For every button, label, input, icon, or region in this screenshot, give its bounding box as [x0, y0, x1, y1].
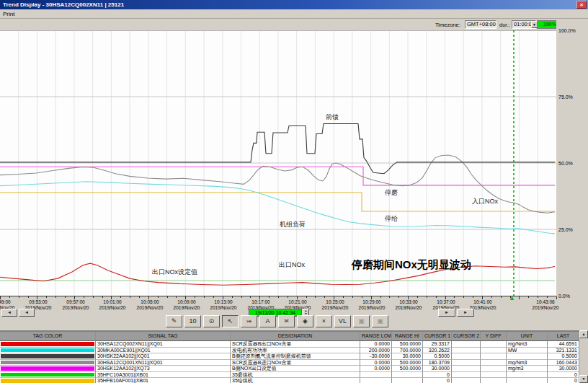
cell-cursor1[interactable]: 180.3709	[423, 360, 452, 366]
cell-tag[interactable]: 35HFB10AF001||XB01	[96, 378, 231, 383]
cell-y_diff[interactable]	[481, 366, 507, 372]
cell-cursor1[interactable]: 29.3317	[423, 341, 452, 348]
cell-range_low[interactable]	[360, 378, 392, 383]
cell-unit[interactable]: MW	[507, 348, 548, 354]
cell-range_low[interactable]: 0.0000	[360, 360, 392, 366]
cell-cursor2[interactable]	[452, 348, 481, 354]
x-axis-tick	[93, 296, 94, 298]
cell-range_low[interactable]: -30.0000	[360, 353, 392, 360]
cell-cursor1[interactable]: 0	[423, 378, 452, 383]
x-axis-tick	[9, 296, 10, 298]
cell-last[interactable]: 160.0443	[548, 360, 579, 366]
cell-tag[interactable]: 30HSK12AA102||XQ73	[96, 366, 231, 372]
cell-cursor2[interactable]	[452, 353, 481, 360]
cell-color[interactable]	[0, 372, 96, 379]
vl-button[interactable]: VL	[334, 315, 351, 327]
cell-y_diff[interactable]	[481, 378, 507, 383]
text-annotation-button[interactable]: A	[259, 315, 276, 327]
cell-unit[interactable]	[507, 372, 548, 379]
cell-color[interactable]	[0, 360, 96, 366]
cell-color[interactable]	[0, 341, 96, 348]
x-axis-tick	[362, 296, 362, 298]
cell-color[interactable]	[0, 378, 96, 383]
cell-unit[interactable]: mg/m3	[507, 366, 548, 372]
x-axis-tick	[195, 296, 195, 298]
cell-unit[interactable]	[507, 353, 548, 360]
cell-y_diff[interactable]	[481, 360, 507, 366]
cell-designation[interactable]: 35给煤机	[231, 378, 360, 383]
cell-range_hi[interactable]: 500.0000	[392, 366, 423, 372]
table-header-last: LAST	[548, 332, 579, 341]
compress-y-button[interactable]: ≍	[278, 315, 295, 327]
x-axis-tick	[46, 296, 47, 298]
cell-y_diff[interactable]	[481, 372, 507, 379]
cell-designation[interactable]: 35磨煤机	[231, 372, 360, 379]
x-axis-tick	[463, 296, 464, 298]
cell-designation[interactable]: SCR反应器B进口NOx含量	[231, 360, 360, 366]
cell-cursor2[interactable]	[452, 341, 481, 348]
cell-color[interactable]	[0, 353, 96, 360]
cell-designation[interactable]: B侧还原剂氨气流量控制磨煤机前馈	[231, 353, 360, 360]
cell-range_low[interactable]: 0.0000	[360, 366, 392, 372]
cell-designation[interactable]: 发电机有功功率	[231, 348, 360, 354]
scroll-left-fast-button[interactable]: ◄	[1, 309, 17, 317]
cell-cursor2[interactable]	[452, 372, 481, 379]
scroll-right-button[interactable]: ►	[438, 309, 455, 317]
cell-cursor1[interactable]: 0	[423, 372, 452, 379]
cell-range_hi[interactable]	[392, 372, 423, 379]
expand-y-button[interactable]: ◈	[297, 315, 313, 327]
cell-last[interactable]: 0	[548, 378, 579, 383]
cell-designation[interactable]: SCR反应器B出口NOx含量	[231, 341, 360, 348]
cell-last[interactable]: 0	[548, 372, 579, 379]
close-button[interactable]: ×	[576, 1, 587, 9]
cell-range_hi[interactable]: 500.0000	[392, 341, 423, 348]
scroll-up-icon[interactable]: ▲	[579, 330, 588, 338]
edit-button[interactable]: ✎	[166, 315, 182, 327]
cell-color[interactable]	[0, 348, 96, 354]
cell-range_hi[interactable]: 30.0000	[392, 353, 423, 360]
cell-tag[interactable]: 30HSA12CQ002XN11||XQ01	[96, 341, 231, 348]
scroll-down-icon[interactable]: ▼	[579, 375, 588, 383]
cell-range_hi[interactable]: 700.0000	[392, 348, 423, 354]
trend-plot-area[interactable]: 前馈停磨停给机组负荷出口NOx出口NOx设定值入口NOx停磨期间NOx无明显波动	[0, 30, 556, 296]
cell-cursor2[interactable]	[452, 366, 481, 372]
title-bar[interactable]: Trend Display - 30HSA12CQ002XN11 | 25121…	[0, 0, 588, 9]
cell-cursor2[interactable]	[452, 360, 481, 366]
cell-unit[interactable]: mg/Nm3	[507, 341, 548, 348]
cell-unit[interactable]: mg/Nm3	[507, 360, 548, 366]
cell-designation[interactable]: B侧NOX出口设定值	[231, 366, 360, 372]
table-scrollbar[interactable]: ▲ ▼	[579, 330, 588, 383]
cell-range_hi[interactable]	[392, 378, 423, 383]
scroll-left-button[interactable]: ◄	[19, 309, 35, 317]
cell-cursor1[interactable]: 320.2622	[423, 348, 452, 354]
cell-range_low[interactable]: 0.0000	[360, 341, 392, 348]
cell-tag[interactable]: 30HSA12CQ001XN11||XQ01	[96, 360, 231, 366]
menu-print[interactable]: Print	[3, 11, 14, 17]
cell-y_diff[interactable]	[481, 353, 507, 360]
cell-range_low[interactable]	[360, 372, 392, 379]
cursor-button[interactable]: ↖	[222, 315, 239, 327]
cell-tag[interactable]: 35HFC10A3001||XB01	[96, 372, 231, 379]
interval-button[interactable]: 10	[184, 315, 201, 327]
cursor-marker-icon[interactable]: ▲	[509, 294, 515, 301]
cell-last[interactable]: 44.6591	[548, 341, 579, 348]
cell-color[interactable]	[0, 366, 96, 372]
scroll-right-fast-button[interactable]: ►	[457, 309, 474, 317]
cell-last[interactable]: 321.1331	[548, 348, 579, 354]
cell-y_diff[interactable]	[481, 341, 507, 348]
cell-last[interactable]: 0.5000	[548, 353, 579, 360]
cell-unit[interactable]	[507, 378, 548, 383]
zoom-button[interactable]: ⊙	[203, 315, 220, 327]
delete-button[interactable]: ×	[316, 315, 332, 327]
cell-range_low[interactable]: 200.0000	[360, 348, 392, 354]
cell-range_hi[interactable]: 500.0000	[392, 360, 423, 366]
cell-cursor1[interactable]: 0.5000	[423, 353, 452, 360]
multi-cursor-button[interactable]: ⤖	[241, 315, 257, 327]
cell-y_diff[interactable]	[481, 348, 507, 354]
cell-tag[interactable]: 30HSK22AA102||XQ01	[96, 353, 231, 360]
cell-cursor2[interactable]	[452, 378, 481, 383]
cell-last[interactable]: 30.0000	[548, 366, 579, 372]
x-axis-tick	[491, 296, 492, 298]
cell-tag[interactable]: 30MKA00CE901||XQ01	[96, 348, 231, 354]
cell-cursor1[interactable]: 30.0000	[423, 366, 452, 372]
